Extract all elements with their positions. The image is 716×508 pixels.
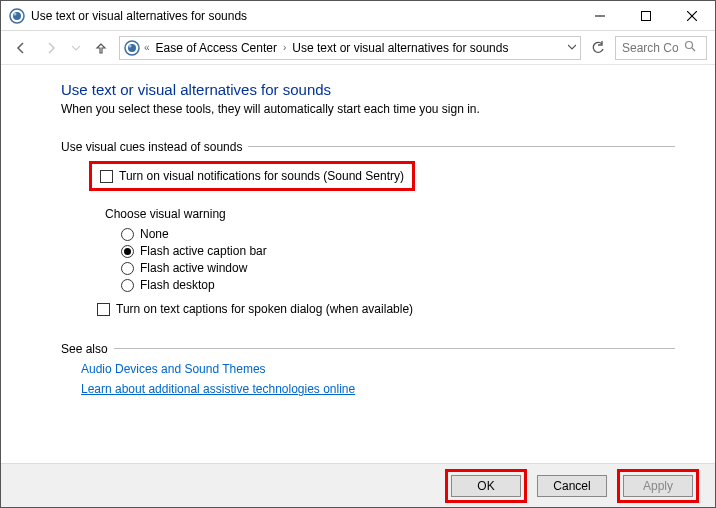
radio-flash-desktop-label: Flash desktop xyxy=(140,278,215,292)
page-subtitle: When you select these tools, they will a… xyxy=(61,102,675,116)
radio-flash-window-label: Flash active window xyxy=(140,261,247,275)
up-button[interactable] xyxy=(89,36,113,60)
svg-point-9 xyxy=(129,44,132,47)
radio-flash-desktop-row[interactable]: Flash desktop xyxy=(121,278,675,292)
close-button[interactable] xyxy=(669,2,715,30)
sound-sentry-checkbox[interactable] xyxy=(100,170,113,183)
apply-highlight: Apply xyxy=(617,469,699,503)
visual-warning-radio-group: None Flash active caption bar Flash acti… xyxy=(121,227,675,292)
ok-highlight: OK xyxy=(445,469,527,503)
breadcrumb-current[interactable]: Use text or visual alternatives for soun… xyxy=(290,41,510,55)
search-icon xyxy=(684,40,696,55)
chevron-right-icon: › xyxy=(283,42,286,53)
svg-point-10 xyxy=(686,42,693,49)
link-assistive-tech[interactable]: Learn about additional assistive technol… xyxy=(81,379,675,399)
svg-line-11 xyxy=(692,48,695,51)
breadcrumb-bar[interactable]: « Ease of Access Center › Use text or vi… xyxy=(119,36,581,60)
page-title: Use text or visual alternatives for soun… xyxy=(61,81,675,98)
radio-none-row[interactable]: None xyxy=(121,227,675,241)
cancel-button[interactable]: Cancel xyxy=(537,475,607,497)
titlebar: Use text or visual alternatives for soun… xyxy=(1,1,715,31)
sound-sentry-label: Turn on visual notifications for sounds … xyxy=(119,169,404,183)
radio-none-label: None xyxy=(140,227,169,241)
radio-none[interactable] xyxy=(121,228,134,241)
svg-rect-4 xyxy=(642,11,651,20)
ok-button[interactable]: OK xyxy=(451,475,521,497)
text-captions-checkbox[interactable] xyxy=(97,303,110,316)
radio-flash-desktop[interactable] xyxy=(121,279,134,292)
window-controls xyxy=(577,2,715,30)
see-also-rule xyxy=(61,348,675,349)
maximize-button[interactable] xyxy=(623,2,669,30)
sound-sentry-highlight: Turn on visual notifications for sounds … xyxy=(89,161,415,191)
refresh-button[interactable] xyxy=(587,41,609,55)
radio-flash-caption-label: Flash active caption bar xyxy=(140,244,267,258)
search-box[interactable] xyxy=(615,36,707,60)
radio-flash-caption[interactable] xyxy=(121,245,134,258)
window: Use text or visual alternatives for soun… xyxy=(0,0,716,508)
choose-warning-label: Choose visual warning xyxy=(105,207,675,221)
apply-button[interactable]: Apply xyxy=(623,475,693,497)
content-area: Use text or visual alternatives for soun… xyxy=(1,65,715,463)
link-audio-devices[interactable]: Audio Devices and Sound Themes xyxy=(81,359,675,379)
fieldset-legend: Use visual cues instead of sounds xyxy=(61,140,248,154)
footer: OK Cancel Apply xyxy=(1,463,715,507)
radio-flash-caption-row[interactable]: Flash active caption bar xyxy=(121,244,675,258)
see-also-label: See also xyxy=(61,342,114,356)
radio-flash-window-row[interactable]: Flash active window xyxy=(121,261,675,275)
breadcrumb-parent[interactable]: Ease of Access Center xyxy=(154,41,279,55)
minimize-button[interactable] xyxy=(577,2,623,30)
breadcrumb-dropdown-icon[interactable] xyxy=(568,42,576,53)
recent-dropdown[interactable] xyxy=(69,36,83,60)
back-button[interactable] xyxy=(9,36,33,60)
breadcrumb-prefix: « xyxy=(144,42,150,53)
radio-flash-window[interactable] xyxy=(121,262,134,275)
window-title: Use text or visual alternatives for soun… xyxy=(31,9,577,23)
forward-button[interactable] xyxy=(39,36,63,60)
text-captions-label: Turn on text captions for spoken dialog … xyxy=(116,302,413,316)
svg-point-2 xyxy=(14,12,17,15)
control-panel-icon xyxy=(124,40,140,56)
app-icon xyxy=(9,8,25,24)
text-captions-row[interactable]: Turn on text captions for spoken dialog … xyxy=(97,302,675,316)
search-input[interactable] xyxy=(620,40,680,56)
nav-row: « Ease of Access Center › Use text or vi… xyxy=(1,31,715,65)
